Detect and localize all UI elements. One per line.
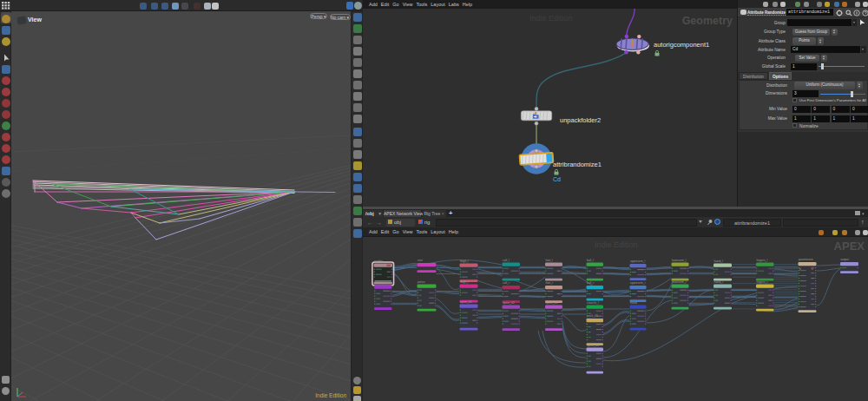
svg-text:ball_l: ball_l: [587, 259, 594, 262]
svg-text:thigh_l: thigh_l: [460, 260, 469, 263]
svg-text:fingers_r: fingers_r: [757, 280, 769, 284]
svg-text:output: output: [841, 258, 849, 261]
svg-text:lowerarm_l: lowerarm_l: [672, 259, 687, 262]
svg-text:thigh_r: thigh_r: [460, 280, 470, 284]
svg-text:upperarm_l: upperarm_l: [630, 260, 645, 263]
svg-text:ball_r: ball_r: [587, 281, 595, 285]
svg-text:spine_02: spine_02: [503, 301, 515, 305]
svg-text:parentcons: parentcons: [799, 258, 813, 261]
svg-text:hand_l: hand_l: [714, 260, 723, 263]
svg-text:lowerarm_r: lowerarm_r: [672, 280, 687, 284]
svg-text:foot_r: foot_r: [546, 281, 555, 285]
svg-text:fingers_l: fingers_l: [757, 259, 768, 262]
svg-text:spine_05: spine_05: [587, 344, 599, 347]
svg-text:neck_01: neck_01: [587, 314, 598, 318]
svg-text:rest: rest: [418, 259, 423, 262]
svg-text:pelvis: pelvis: [418, 280, 425, 284]
svg-text:foot_l: foot_l: [546, 259, 554, 262]
svg-text:guides: guides: [374, 260, 383, 263]
svg-text:spine_03: spine_03: [546, 301, 558, 305]
svg-text:spine_01: spine_01: [460, 300, 472, 304]
svg-text:hand_r: hand_r: [714, 280, 724, 284]
svg-text:calf_r: calf_r: [503, 281, 510, 285]
svg-text:clavicle_l: clavicle_l: [587, 301, 599, 305]
svg-text:skeleton: skeleton: [375, 281, 386, 285]
svg-text:upperarm_r: upperarm_r: [630, 281, 646, 285]
svg-text:head: head: [630, 301, 637, 305]
svg-text:calf_l: calf_l: [503, 259, 510, 262]
